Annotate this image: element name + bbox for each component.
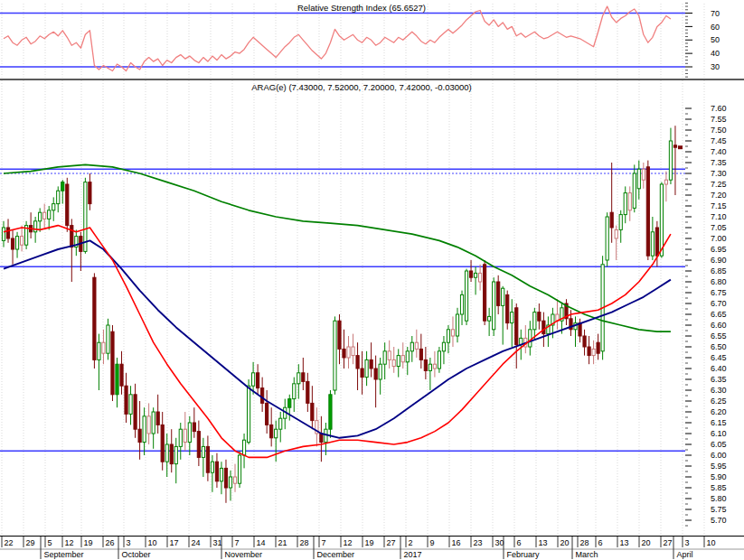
price-axis-label: 5.80 bbox=[711, 494, 727, 503]
price-axis-label: 7.00 bbox=[711, 234, 727, 243]
date-tick-label: 5 bbox=[48, 538, 52, 547]
date-tick-label: 28 bbox=[580, 538, 589, 547]
month-label: October bbox=[122, 550, 151, 559]
month-label: March bbox=[576, 550, 598, 559]
month-label: February bbox=[507, 550, 541, 559]
price-axis-label: 7.60 bbox=[711, 104, 727, 113]
price-axis-label: 6.95 bbox=[711, 245, 727, 254]
date-tick-label: 19 bbox=[365, 538, 374, 547]
month-label: November bbox=[225, 550, 263, 559]
date-tick-label: 22 bbox=[5, 538, 14, 547]
price-axis-label: 6.45 bbox=[711, 353, 727, 362]
price-axis-label: 5.85 bbox=[711, 483, 727, 492]
month-label: 2017 bbox=[404, 550, 422, 559]
date-tick-label: 17 bbox=[170, 538, 179, 547]
price-axis-label: 6.40 bbox=[711, 364, 727, 373]
time-axis: 2229512192631017243171421287121927291623… bbox=[2, 537, 716, 559]
date-tick-label: 21 bbox=[278, 538, 287, 547]
rsi-axis-label: 40 bbox=[711, 49, 720, 58]
price-axis-label: 7.35 bbox=[711, 158, 727, 167]
rsi-axis-label: 50 bbox=[711, 35, 720, 44]
price-axis-label: 6.75 bbox=[711, 288, 727, 297]
chart-canvas[interactable]: 70605040307.607.557.507.457.407.357.307.… bbox=[0, 0, 744, 560]
price-axis-label: 7.25 bbox=[711, 180, 727, 189]
date-tick-label: 29 bbox=[26, 538, 35, 547]
date-tick-label: 20 bbox=[560, 538, 570, 547]
date-tick-label: 13 bbox=[620, 538, 629, 547]
price-axis-label: 6.85 bbox=[711, 266, 727, 275]
rsi-axis-label: 70 bbox=[711, 9, 720, 18]
date-tick-label: 9 bbox=[430, 538, 435, 547]
price-axis-label: 6.05 bbox=[711, 440, 727, 449]
rsi-axis-label: 60 bbox=[711, 23, 720, 32]
date-tick-label: 30 bbox=[495, 538, 504, 547]
price-axis-label: 6.10 bbox=[711, 429, 727, 438]
price-axis-label: 7.30 bbox=[711, 169, 727, 178]
price-axis: 7.607.557.507.457.407.357.307.257.207.15… bbox=[685, 104, 727, 526]
date-tick-label: 12 bbox=[65, 538, 74, 547]
last-close-marker bbox=[678, 145, 683, 149]
price-axis-label: 6.20 bbox=[711, 407, 727, 416]
price-axis-label: 7.10 bbox=[711, 212, 727, 221]
price-axis-label: 5.90 bbox=[711, 472, 727, 481]
date-tick-label: 28 bbox=[300, 538, 309, 547]
date-tick-label: 12 bbox=[344, 538, 353, 547]
date-tick-label: 31 bbox=[213, 538, 222, 547]
date-tick-label: 10 bbox=[707, 538, 716, 547]
price-axis-label: 6.00 bbox=[711, 451, 727, 460]
date-tick-label: 20 bbox=[642, 538, 651, 547]
price-axis-label: 7.20 bbox=[711, 191, 727, 200]
main-panel-title: ARAG(e) (7.43000, 7.52000, 7.20000, 7.42… bbox=[251, 82, 471, 92]
date-tick-label: 7 bbox=[322, 538, 326, 547]
date-tick-label: 3 bbox=[127, 538, 131, 547]
date-tick-label: 13 bbox=[539, 538, 548, 547]
date-tick-label: 10 bbox=[148, 538, 157, 547]
date-tick-label: 6 bbox=[517, 538, 522, 547]
date-tick-label: 26 bbox=[106, 538, 115, 547]
rsi-axis: 7060504030 bbox=[685, 3, 720, 77]
panel-frame bbox=[0, 79, 744, 549]
month-label: December bbox=[317, 550, 355, 559]
price-axis-label: 6.25 bbox=[711, 397, 727, 406]
date-tick-label: 24 bbox=[192, 538, 201, 547]
rsi-axis-label: 30 bbox=[711, 62, 720, 71]
date-tick-label: 14 bbox=[257, 538, 266, 547]
date-tick-label: 7 bbox=[235, 538, 240, 547]
price-axis-label: 5.95 bbox=[711, 462, 727, 471]
metastock-chart-window: 70605040307.607.557.507.457.407.357.307.… bbox=[0, 0, 744, 560]
price-axis-label: 6.50 bbox=[711, 342, 727, 351]
price-axis-label: 6.70 bbox=[711, 299, 727, 308]
date-tick-label: 6 bbox=[598, 538, 603, 547]
date-tick-label: 2 bbox=[409, 538, 413, 547]
price-axis-label: 7.15 bbox=[711, 201, 727, 210]
rsi-line bbox=[4, 6, 671, 70]
month-label: April bbox=[677, 550, 693, 559]
price-axis-label: 5.70 bbox=[711, 516, 727, 525]
date-tick-label: 27 bbox=[664, 538, 673, 547]
month-label: September bbox=[44, 550, 84, 559]
date-tick-label: 19 bbox=[84, 538, 93, 547]
price-axis-label: 6.65 bbox=[711, 310, 727, 319]
price-axis-label: 6.30 bbox=[711, 386, 727, 395]
price-axis-label: 6.60 bbox=[711, 321, 727, 330]
price-axis-label: 6.55 bbox=[711, 331, 727, 341]
date-tick-label: 27 bbox=[387, 538, 396, 547]
price-axis-label: 7.45 bbox=[711, 136, 727, 145]
price-axis-label: 6.80 bbox=[711, 277, 727, 286]
date-tick-label: 23 bbox=[474, 538, 483, 547]
price-axis-label: 7.55 bbox=[711, 115, 727, 124]
price-axis-label: 6.35 bbox=[711, 375, 727, 384]
price-axis-label: 6.15 bbox=[711, 418, 727, 427]
price-axis-label: 7.05 bbox=[711, 223, 727, 232]
date-tick-label: 3 bbox=[685, 538, 690, 547]
price-axis-label: 6.90 bbox=[711, 256, 727, 265]
price-axis-label: 5.75 bbox=[711, 505, 727, 514]
rsi-panel-title: Relative Strength Index (65.6527) bbox=[297, 3, 426, 13]
price-axis-label: 7.50 bbox=[711, 126, 727, 135]
price-axis-label: 7.40 bbox=[711, 147, 727, 156]
date-tick-label: 16 bbox=[452, 538, 461, 547]
